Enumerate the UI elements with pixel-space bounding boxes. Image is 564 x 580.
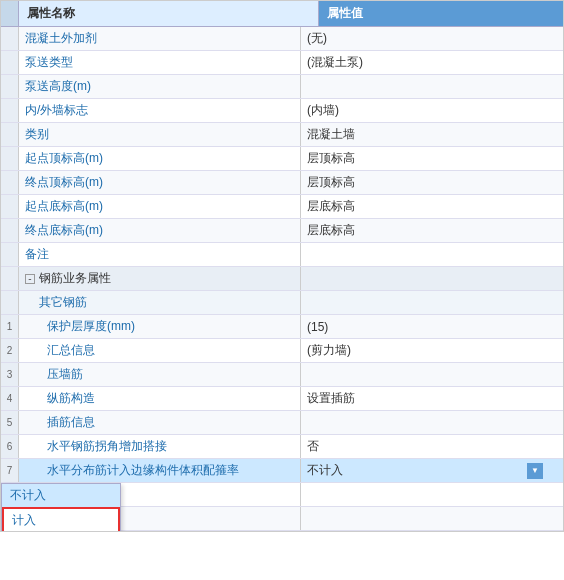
prop-value-dropdown[interactable]: 不计入 bbox=[301, 459, 563, 482]
row-num bbox=[1, 51, 19, 74]
dropdown-popup: 不计入 计入 bbox=[1, 483, 121, 532]
table-header: 属性名称 属性值 bbox=[1, 1, 563, 27]
prop-name: 插筋信息 bbox=[19, 411, 301, 434]
prop-name: 泵送高度(m) bbox=[19, 75, 301, 98]
prop-value: 层顶标高 bbox=[301, 171, 563, 194]
row-num bbox=[1, 99, 19, 122]
dropdown-cell[interactable]: 不计入 bbox=[307, 462, 543, 479]
row-num: 2 bbox=[1, 339, 19, 362]
section-row: - 钢筋业务属性 bbox=[1, 267, 563, 291]
table-row: 2 汇总信息 (剪力墙) bbox=[1, 339, 563, 363]
dropdown-arrow-button[interactable] bbox=[527, 463, 543, 479]
row-num bbox=[1, 267, 19, 290]
row-num: 4 bbox=[1, 387, 19, 410]
row-num bbox=[1, 123, 19, 146]
row-num: 7 bbox=[1, 459, 19, 482]
section-header: - 钢筋业务属性 bbox=[19, 267, 301, 290]
table-row: 6 水平钢筋拐角增加搭接 否 bbox=[1, 435, 563, 459]
table-row: 终点底标高(m) 层底标高 bbox=[1, 219, 563, 243]
prop-value bbox=[301, 291, 563, 314]
row-num bbox=[1, 195, 19, 218]
row-num bbox=[1, 291, 19, 314]
dropdown-option-jiuru[interactable]: 计入 bbox=[2, 507, 120, 532]
prop-name: 内/外墙标志 bbox=[19, 99, 301, 122]
prop-name: 类别 bbox=[19, 123, 301, 146]
sub-section-row: 其它钢筋 bbox=[1, 291, 563, 315]
prop-name: 压墙筋 bbox=[19, 363, 301, 386]
prop-value: 否 bbox=[301, 435, 563, 458]
row-num bbox=[1, 243, 19, 266]
row-num: 5 bbox=[1, 411, 19, 434]
prop-name: 备注 bbox=[19, 243, 301, 266]
prop-name: 纵筋构造 bbox=[19, 387, 301, 410]
table-row: 备注 bbox=[1, 243, 563, 267]
table-row: 1 保护层厚度(mm) (15) bbox=[1, 315, 563, 339]
prop-name: 泵送类型 bbox=[19, 51, 301, 74]
prop-value bbox=[301, 267, 563, 290]
dropdown-selected-value: 不计入 bbox=[307, 462, 543, 479]
prop-name: 终点底标高(m) bbox=[19, 219, 301, 242]
prop-name: 保护层厚度(mm) bbox=[19, 315, 301, 338]
table-row: 内/外墙标志 (内墙) bbox=[1, 99, 563, 123]
prop-name: 汇总信息 bbox=[19, 339, 301, 362]
prop-value: (内墙) bbox=[301, 99, 563, 122]
prop-value: (15) bbox=[301, 315, 563, 338]
highlighted-row: 7 水平分布筋计入边缘构件体积配箍率 不计入 bbox=[1, 459, 563, 483]
table-row: 3 压墙筋 bbox=[1, 363, 563, 387]
prop-value bbox=[301, 411, 563, 434]
prop-value: 层底标高 bbox=[301, 219, 563, 242]
prop-name: 水平钢筋拐角增加搭接 bbox=[19, 435, 301, 458]
table-row: 5 插筋信息 bbox=[1, 411, 563, 435]
prop-value: (无) bbox=[301, 27, 563, 50]
row-num bbox=[1, 219, 19, 242]
table-row: 混凝土外加剂 (无) bbox=[1, 27, 563, 51]
prop-value: 设置插筋 bbox=[301, 387, 563, 410]
row-num: 6 bbox=[1, 435, 19, 458]
row-num bbox=[1, 147, 19, 170]
row-num: 1 bbox=[1, 315, 19, 338]
prop-value: 不计入 计入 bbox=[301, 483, 563, 506]
table-row: 8 抗震等级 不计入 计入 bbox=[1, 483, 563, 507]
prop-value bbox=[301, 75, 563, 98]
table-row: 终点顶标高(m) 层顶标高 bbox=[1, 171, 563, 195]
prop-value bbox=[301, 243, 563, 266]
table-row: 4 纵筋构造 设置插筋 bbox=[1, 387, 563, 411]
row-num: 3 bbox=[1, 363, 19, 386]
prop-value: 混凝土墙 bbox=[301, 123, 563, 146]
prop-value: (剪力墙) bbox=[301, 339, 563, 362]
prop-value: 层底标高 bbox=[301, 195, 563, 218]
prop-name: 混凝土外加剂 bbox=[19, 27, 301, 50]
collapse-icon[interactable]: - bbox=[25, 274, 35, 284]
sub-section-name: 其它钢筋 bbox=[19, 291, 301, 314]
prop-value bbox=[301, 363, 563, 386]
header-name: 属性名称 bbox=[19, 1, 319, 26]
row-num bbox=[1, 27, 19, 50]
header-value: 属性值 bbox=[319, 1, 563, 26]
table-row: 泵送类型 (混凝土泵) bbox=[1, 51, 563, 75]
table-row: 泵送高度(m) bbox=[1, 75, 563, 99]
prop-name: 水平分布筋计入边缘构件体积配箍率 bbox=[19, 459, 301, 482]
table-row: 类别 混凝土墙 bbox=[1, 123, 563, 147]
row-num bbox=[1, 171, 19, 194]
row-num bbox=[1, 75, 19, 98]
table-row: 起点底标高(m) 层底标高 bbox=[1, 195, 563, 219]
prop-name: 起点顶标高(m) bbox=[19, 147, 301, 170]
prop-value: (混凝土泵) bbox=[301, 51, 563, 74]
prop-name: 起点底标高(m) bbox=[19, 195, 301, 218]
prop-value: 层顶标高 bbox=[301, 147, 563, 170]
prop-value bbox=[301, 507, 563, 530]
table-row: 起点顶标高(m) 层顶标高 bbox=[1, 147, 563, 171]
property-table: 属性名称 属性值 混凝土外加剂 (无) 泵送类型 (混凝土泵) 泵送高度(m) … bbox=[0, 0, 564, 532]
dropdown-option-bujiuru[interactable]: 不计入 bbox=[2, 484, 120, 507]
prop-name: 终点顶标高(m) bbox=[19, 171, 301, 194]
